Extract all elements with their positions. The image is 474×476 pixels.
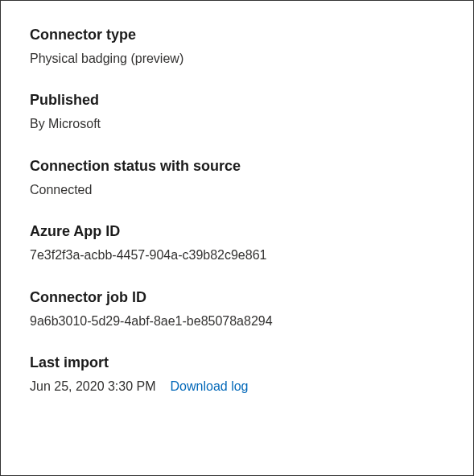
connector-details-panel: Connector type Physical badging (preview… bbox=[0, 0, 474, 476]
last-import-section: Last import Jun 25, 2020 3:30 PM Downloa… bbox=[30, 354, 444, 395]
connector-type-section: Connector type Physical badging (preview… bbox=[30, 27, 444, 68]
connection-status-value: Connected bbox=[30, 181, 444, 199]
last-import-label: Last import bbox=[30, 354, 444, 371]
last-import-timestamp: Jun 25, 2020 3:30 PM bbox=[30, 378, 156, 395]
published-label: Published bbox=[30, 92, 444, 109]
connector-type-value: Physical badging (preview) bbox=[30, 50, 444, 68]
connection-status-section: Connection status with source Connected bbox=[30, 158, 444, 199]
published-value: By Microsoft bbox=[30, 115, 444, 133]
azure-app-id-label: Azure App ID bbox=[30, 223, 444, 240]
published-section: Published By Microsoft bbox=[30, 92, 444, 133]
azure-app-id-value: 7e3f2f3a-acbb-4457-904a-c39b82c9e861 bbox=[30, 246, 444, 264]
connector-job-id-label: Connector job ID bbox=[30, 289, 444, 306]
connector-type-label: Connector type bbox=[30, 27, 444, 43]
connector-job-id-section: Connector job ID 9a6b3010-5d29-4abf-8ae1… bbox=[30, 289, 444, 330]
connector-job-id-value: 9a6b3010-5d29-4abf-8ae1-be85078a8294 bbox=[30, 313, 444, 330]
azure-app-id-section: Azure App ID 7e3f2f3a-acbb-4457-904a-c39… bbox=[30, 223, 444, 264]
download-log-link[interactable]: Download log bbox=[171, 379, 249, 394]
connection-status-label: Connection status with source bbox=[30, 158, 444, 175]
